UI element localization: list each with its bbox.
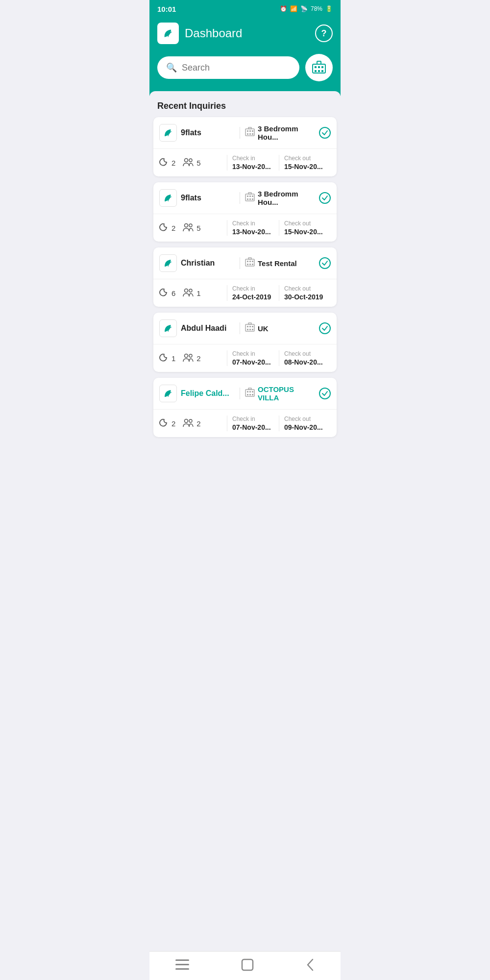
dates-section: Check in 07-Nov-20... Check out 09-Nov-2… bbox=[227, 416, 331, 431]
checkout-col: Check out 08-Nov-20... bbox=[279, 350, 331, 366]
inquiry-status bbox=[319, 127, 331, 139]
svg-rect-22 bbox=[247, 196, 248, 197]
checkout-label: Check out bbox=[284, 285, 326, 292]
nights-info: 6 bbox=[159, 288, 175, 299]
status-check-icon bbox=[319, 257, 331, 269]
checkout-col: Check out 30-Oct-2019 bbox=[279, 285, 331, 301]
property-name: 3 Bedromm Hou... bbox=[258, 124, 315, 141]
card-footer: 2 5 Check in 13-Nov-20... Check out 15- bbox=[153, 214, 337, 242]
svg-rect-44 bbox=[247, 326, 248, 327]
source-logo bbox=[159, 385, 177, 402]
status-check-icon bbox=[319, 127, 331, 139]
checkout-label: Check out bbox=[284, 220, 326, 227]
property-type-icon bbox=[245, 322, 255, 334]
card-meta: 2 5 bbox=[159, 222, 223, 234]
checkout-col: Check out 09-Nov-20... bbox=[279, 416, 331, 431]
checkout-date: 15-Nov-20... bbox=[284, 163, 326, 171]
svg-point-40 bbox=[185, 289, 188, 292]
checkout-col: Check out 15-Nov-20... bbox=[279, 155, 331, 171]
svg-rect-50 bbox=[248, 323, 251, 324]
property-name: Test Rental bbox=[258, 259, 315, 268]
checkout-date: 15-Nov-20... bbox=[284, 228, 326, 236]
inquiry-card[interactable]: Abdul Haadi UK 1 bbox=[153, 313, 337, 372]
svg-rect-25 bbox=[247, 198, 248, 200]
nights-count: 2 bbox=[172, 224, 175, 232]
status-icons: ⏰ 📶 📡 78% 🔋 bbox=[280, 5, 333, 12]
property-type-icon bbox=[245, 127, 255, 139]
checkin-col: Check in 07-Nov-20... bbox=[227, 416, 279, 431]
alarm-icon: ⏰ bbox=[280, 5, 287, 12]
guests-info: 5 bbox=[182, 223, 200, 233]
inquiry-card[interactable]: 9flats 3 Bedromm Hou... 2 bbox=[153, 117, 337, 176]
svg-point-18 bbox=[185, 158, 188, 162]
search-input[interactable] bbox=[182, 63, 291, 73]
svg-rect-37 bbox=[249, 264, 251, 265]
svg-rect-13 bbox=[252, 130, 253, 132]
battery-icon: 🔋 bbox=[325, 5, 333, 12]
svg-rect-16 bbox=[252, 133, 253, 135]
inquiry-status bbox=[319, 257, 331, 269]
checkin-label: Check in bbox=[232, 350, 274, 357]
card-header: Christian Test Rental bbox=[153, 247, 337, 279]
card-footer: 1 2 Check in 07-Nov-20... Check out 08- bbox=[153, 344, 337, 372]
svg-rect-2 bbox=[315, 66, 317, 68]
menu-button[interactable] bbox=[175, 959, 189, 970]
status-bar: 10:01 ⏰ 📶 📡 78% 🔋 bbox=[149, 0, 341, 18]
checkin-col: Check in 07-Nov-20... bbox=[227, 350, 279, 366]
card-meta: 2 2 bbox=[159, 418, 223, 429]
checkin-date: 07-Nov-20... bbox=[232, 423, 274, 431]
property-type-icon bbox=[245, 388, 255, 399]
guests-count: 2 bbox=[196, 419, 200, 428]
hotel-button[interactable] bbox=[305, 54, 333, 81]
svg-point-19 bbox=[189, 159, 192, 162]
property-name: UK bbox=[258, 324, 315, 333]
inquiry-list: 9flats 3 Bedromm Hou... 2 bbox=[149, 117, 341, 437]
source-name: Felipe Cald... bbox=[181, 389, 235, 398]
svg-point-30 bbox=[189, 224, 192, 227]
inquiry-card[interactable]: Christian Test Rental 6 bbox=[153, 247, 337, 307]
svg-rect-56 bbox=[249, 391, 251, 392]
svg-rect-64 bbox=[175, 959, 189, 961]
checkin-label: Check in bbox=[232, 220, 274, 227]
dates-section: Check in 13-Nov-20... Check out 15-Nov-2… bbox=[227, 155, 331, 171]
svg-rect-5 bbox=[315, 70, 317, 72]
svg-point-29 bbox=[185, 223, 188, 227]
svg-rect-7 bbox=[321, 70, 323, 72]
moon-icon bbox=[159, 222, 169, 234]
svg-rect-60 bbox=[252, 394, 253, 395]
checkout-label: Check out bbox=[284, 416, 326, 422]
svg-rect-38 bbox=[252, 264, 253, 265]
source-name: 9flats bbox=[181, 128, 235, 137]
svg-rect-27 bbox=[252, 198, 253, 200]
svg-point-62 bbox=[185, 419, 188, 422]
home-button[interactable] bbox=[241, 958, 254, 971]
card-meta: 1 2 bbox=[159, 353, 223, 364]
card-divider bbox=[240, 388, 240, 399]
guests-info: 2 bbox=[182, 353, 200, 364]
checkout-date: 30-Oct-2019 bbox=[284, 293, 326, 301]
property-type-icon bbox=[245, 257, 255, 269]
svg-rect-35 bbox=[252, 261, 253, 262]
guests-count: 5 bbox=[196, 159, 200, 167]
card-divider bbox=[240, 257, 240, 269]
svg-point-41 bbox=[189, 289, 192, 292]
svg-rect-49 bbox=[252, 329, 253, 330]
svg-rect-12 bbox=[249, 130, 251, 132]
svg-rect-55 bbox=[247, 391, 248, 392]
svg-rect-59 bbox=[249, 394, 251, 395]
svg-rect-66 bbox=[175, 968, 189, 970]
svg-rect-15 bbox=[249, 133, 251, 135]
status-time: 10:01 bbox=[157, 5, 176, 13]
dates-section: Check in 24-Oct-2019 Check out 30-Oct-20… bbox=[227, 285, 331, 301]
inquiry-status bbox=[319, 388, 331, 399]
property-name: 3 Bedromm Hou... bbox=[258, 190, 315, 206]
svg-rect-36 bbox=[247, 264, 248, 265]
card-footer: 2 5 Check in 13-Nov-20... Check out 15- bbox=[153, 149, 337, 176]
search-bar[interactable]: 🔍 bbox=[157, 56, 299, 79]
help-button[interactable]: ? bbox=[315, 24, 333, 42]
back-button[interactable] bbox=[306, 958, 315, 971]
source-name: Christian bbox=[181, 259, 235, 268]
battery-label: 78% bbox=[311, 5, 322, 12]
inquiry-card[interactable]: 9flats 3 Bedromm Hou... 2 bbox=[153, 182, 337, 242]
inquiry-card[interactable]: Felipe Cald... OCTOPUS VILLA 2 bbox=[153, 378, 337, 437]
